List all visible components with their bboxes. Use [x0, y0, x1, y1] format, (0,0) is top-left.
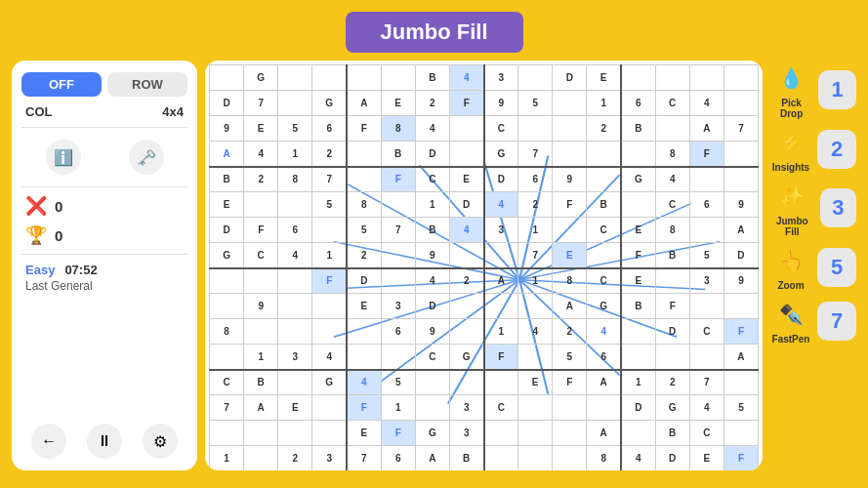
- grid-cell[interactable]: [278, 421, 312, 446]
- grid-cell[interactable]: G: [484, 142, 518, 167]
- grid-cell[interactable]: 8: [655, 142, 689, 167]
- grid-cell[interactable]: G: [312, 370, 347, 395]
- grid-cell[interactable]: [244, 446, 278, 471]
- grid-cell[interactable]: 1: [484, 319, 518, 345]
- grid-cell[interactable]: [723, 142, 758, 167]
- num-2-button[interactable]: 2: [817, 130, 856, 169]
- grid-cell[interactable]: A: [347, 91, 381, 116]
- grid-cell[interactable]: E: [347, 294, 381, 319]
- grid-cell[interactable]: D: [210, 91, 244, 116]
- grid-cell[interactable]: D: [415, 142, 449, 167]
- grid-cell[interactable]: [381, 345, 415, 370]
- grid-cell[interactable]: 5: [689, 243, 723, 268]
- grid-cell[interactable]: F: [347, 116, 381, 142]
- grid-cell[interactable]: [553, 218, 587, 243]
- grid-cell[interactable]: [484, 370, 518, 395]
- grid-cell[interactable]: E: [449, 167, 483, 192]
- grid-cell[interactable]: [655, 268, 689, 294]
- grid-cell[interactable]: 1: [381, 395, 415, 421]
- grid-cell[interactable]: 2: [518, 192, 553, 218]
- grid-cell[interactable]: [381, 268, 415, 294]
- grid-cell[interactable]: [518, 446, 553, 471]
- grid-cell[interactable]: 7: [381, 218, 415, 243]
- grid-cell[interactable]: [484, 294, 518, 319]
- grid-cell[interactable]: D: [415, 294, 449, 319]
- grid-cell[interactable]: E: [518, 370, 553, 395]
- grid-cell[interactable]: [278, 268, 312, 294]
- grid-cell[interactable]: [621, 192, 655, 218]
- grid-cell[interactable]: 9: [415, 319, 449, 345]
- grid-cell[interactable]: [312, 218, 347, 243]
- grid-cell[interactable]: D: [449, 192, 483, 218]
- grid-cell[interactable]: G: [244, 65, 278, 91]
- grid-cell[interactable]: E: [553, 243, 587, 268]
- grid-cell[interactable]: E: [689, 446, 723, 471]
- grid-cell[interactable]: 1: [415, 192, 449, 218]
- grid-cell[interactable]: 2: [278, 446, 312, 471]
- grid-cell[interactable]: A: [723, 345, 758, 370]
- num-3-button[interactable]: 3: [820, 188, 856, 227]
- settings-button[interactable]: ⚙: [143, 424, 178, 459]
- grid-cell[interactable]: 2: [553, 319, 587, 345]
- grid-cell[interactable]: C: [587, 268, 621, 294]
- grid-cell[interactable]: B: [449, 446, 483, 471]
- row-toggle[interactable]: ROW: [107, 72, 187, 97]
- grid-cell[interactable]: 7: [347, 446, 381, 471]
- grid-cell[interactable]: [244, 268, 278, 294]
- grid-cell[interactable]: E: [244, 116, 278, 142]
- grid-cell[interactable]: [621, 345, 655, 370]
- grid-cell[interactable]: [723, 370, 758, 395]
- grid-cell[interactable]: [210, 421, 244, 446]
- grid-cell[interactable]: [347, 167, 381, 192]
- grid-cell[interactable]: 4: [587, 319, 621, 345]
- grid-cell[interactable]: D: [210, 218, 244, 243]
- grid-cell[interactable]: 7: [518, 142, 553, 167]
- grid-cell[interactable]: D: [655, 319, 689, 345]
- grid-cell[interactable]: 3: [312, 446, 347, 471]
- grid-cell[interactable]: 2: [244, 167, 278, 192]
- grid-cell[interactable]: D: [553, 65, 587, 91]
- grid-cell[interactable]: [723, 65, 758, 91]
- grid-cell[interactable]: 4: [415, 116, 449, 142]
- grid-cell[interactable]: 5: [518, 91, 553, 116]
- grid-cell[interactable]: A: [587, 421, 621, 446]
- grid-cell[interactable]: D: [655, 446, 689, 471]
- grid-cell[interactable]: C: [587, 218, 621, 243]
- grid-cell[interactable]: [381, 65, 415, 91]
- grid-cell[interactable]: [484, 243, 518, 268]
- grid-cell[interactable]: [553, 395, 587, 421]
- grid-cell[interactable]: 8: [655, 218, 689, 243]
- grid-cell[interactable]: 8: [278, 167, 312, 192]
- grid-cell[interactable]: B: [621, 294, 655, 319]
- grid-cell[interactable]: F: [312, 268, 347, 294]
- grid-cell[interactable]: F: [484, 345, 518, 370]
- grid-cell[interactable]: B: [655, 243, 689, 268]
- grid-cell[interactable]: C: [689, 421, 723, 446]
- grid-cell[interactable]: 7: [518, 243, 553, 268]
- grid-cell[interactable]: [518, 294, 553, 319]
- grid-cell[interactable]: [278, 65, 312, 91]
- grid-cell[interactable]: E: [347, 421, 381, 446]
- grid-cell[interactable]: C: [415, 167, 449, 192]
- grid-cell[interactable]: [689, 294, 723, 319]
- grid-cell[interactable]: B: [621, 116, 655, 142]
- grid-cell[interactable]: 8: [587, 446, 621, 471]
- grid-cell[interactable]: 1: [587, 91, 621, 116]
- grid-cell[interactable]: F: [381, 421, 415, 446]
- grid-cell[interactable]: [210, 268, 244, 294]
- grid-cell[interactable]: 7: [244, 91, 278, 116]
- grid-cell[interactable]: 4: [689, 91, 723, 116]
- grid-cell[interactable]: 4: [244, 142, 278, 167]
- grid-cell[interactable]: 5: [312, 192, 347, 218]
- grid-cell[interactable]: 2: [587, 116, 621, 142]
- grid-cell[interactable]: [347, 142, 381, 167]
- grid-cell[interactable]: 3: [381, 294, 415, 319]
- grid-cell[interactable]: [210, 294, 244, 319]
- grid-cell[interactable]: 5: [347, 218, 381, 243]
- grid-cell[interactable]: F: [621, 243, 655, 268]
- grid-cell[interactable]: [518, 116, 553, 142]
- grid-cell[interactable]: [244, 421, 278, 446]
- grid-cell[interactable]: 2: [415, 91, 449, 116]
- grid-cell[interactable]: F: [723, 446, 758, 471]
- grid-cell[interactable]: F: [723, 319, 758, 345]
